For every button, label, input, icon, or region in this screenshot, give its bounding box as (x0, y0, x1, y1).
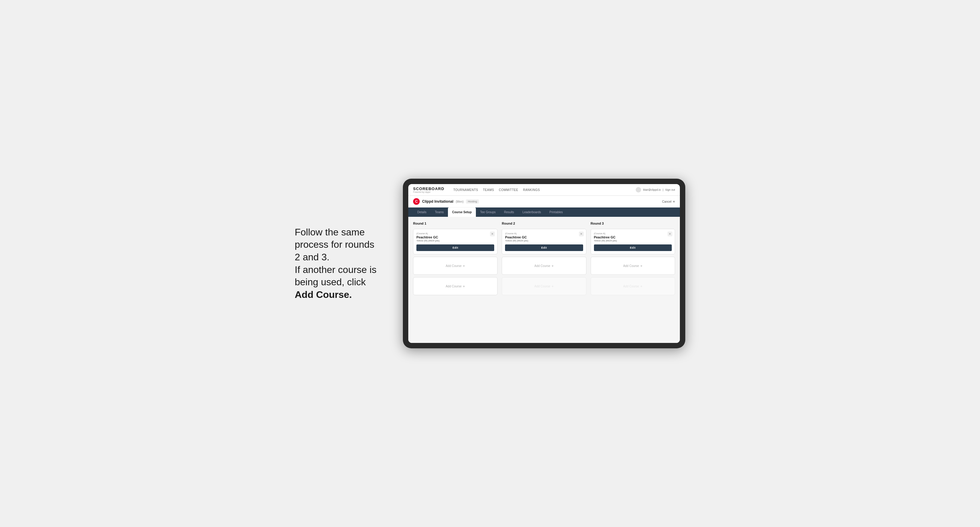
round-2-label: Round 2 (502, 222, 586, 225)
cancel-button[interactable]: Cancel ✕ (662, 200, 675, 203)
tournament-name: Clippd Invitational (422, 199, 453, 203)
tab-teams[interactable]: Teams (431, 208, 448, 217)
round-1-add-course-text: Add Course + (445, 264, 465, 268)
logo-scoreboard: SCOREBOARD (413, 186, 444, 191)
round-3-delete-icon[interactable]: ✕ (668, 232, 672, 237)
round-2-course-details: Yellow (M) (6629 yds) (505, 239, 583, 242)
round-3-add-course-card[interactable]: Add Course + (591, 257, 675, 275)
nav-tournaments[interactable]: TOURNAMENTS (453, 188, 478, 192)
round-1-label: Round 1 (413, 222, 498, 225)
hosting-badge: Hosting (466, 199, 479, 203)
nav-rankings[interactable]: RANKINGS (523, 188, 540, 192)
sign-out-link[interactable]: Sign out (665, 188, 675, 191)
user-email: blair@clippd.io (643, 188, 661, 191)
round-1-delete-icon[interactable]: ✕ (490, 232, 495, 237)
user-avatar (636, 187, 641, 192)
round-3-add-course-text: Add Course + (623, 264, 642, 268)
round-3-column: Round 3 ✕ (Course A) Peachtree GC Yellow… (591, 222, 675, 295)
round-1-add-course-extra-card[interactable]: Add Course + (413, 277, 498, 295)
instruction-panel: Follow the same process for rounds 2 and… (295, 226, 379, 301)
tournament-info: C Clippd Invitational (Men) Hosting (413, 198, 479, 205)
tablet-screen: SCOREBOARD Powered by clippd TOURNAMENTS… (408, 184, 680, 343)
round-3-course-name: Peachtree GC (594, 235, 672, 239)
cancel-x-icon: ✕ (673, 200, 675, 203)
round-3-add-course-extra-card: Add Course + (591, 277, 675, 295)
round-2-add-course-text: Add Course + (535, 264, 554, 268)
rounds-grid: Round 1 ✕ (Course A) Peachtree GC Yellow… (413, 222, 675, 295)
round-2-add-course-extra-card: Add Course + (502, 277, 586, 295)
nav-teams[interactable]: TEAMS (483, 188, 494, 192)
round-3-add-course-extra-text: Add Course + (623, 284, 642, 289)
round-3-course-label: (Course A) (594, 232, 672, 235)
nav-links: TOURNAMENTS TEAMS COMMITTEE RANKINGS (453, 188, 630, 192)
top-navigation: SCOREBOARD Powered by clippd TOURNAMENTS… (408, 184, 680, 196)
round-1-add-course-card[interactable]: Add Course + (413, 257, 498, 275)
nav-committee[interactable]: COMMITTEE (499, 188, 518, 192)
round-1-column: Round 1 ✕ (Course A) Peachtree GC Yellow… (413, 222, 498, 295)
sub-header: C Clippd Invitational (Men) Hosting Canc… (408, 196, 680, 208)
round-2-course-label: (Course A) (505, 232, 583, 235)
tab-details[interactable]: Details (413, 208, 431, 217)
instruction-text: Follow the same process for rounds 2 and… (295, 227, 376, 300)
round-2-edit-button[interactable]: Edit (505, 244, 583, 251)
logo-area: SCOREBOARD Powered by clippd (413, 186, 444, 193)
tournament-sub: (Men) (456, 200, 464, 203)
round-1-course-a-card: ✕ (Course A) Peachtree GC Yellow (M) (66… (413, 229, 498, 254)
tab-leaderboards[interactable]: Leaderboards (518, 208, 545, 217)
round-1-edit-button[interactable]: Edit (417, 244, 494, 251)
round-2-add-course-card[interactable]: Add Course + (502, 257, 586, 275)
round-2-delete-icon[interactable]: ✕ (579, 232, 584, 237)
tab-results[interactable]: Results (500, 208, 518, 217)
page-wrapper: Follow the same process for rounds 2 and… (295, 179, 685, 348)
tab-tee-groups[interactable]: Tee Groups (476, 208, 500, 217)
round-2-column: Round 2 ✕ (Course A) Peachtree GC Yellow… (502, 222, 586, 295)
round-3-edit-button[interactable]: Edit (594, 244, 672, 251)
round-2-course-name: Peachtree GC (505, 235, 583, 239)
logo-sub: Powered by clippd (413, 191, 444, 193)
main-content: Round 1 ✕ (Course A) Peachtree GC Yellow… (408, 217, 680, 343)
round-3-label: Round 3 (591, 222, 675, 225)
round-3-course-details: Yellow (M) (6629 yds) (594, 239, 672, 242)
round-1-course-label: (Course A) (417, 232, 494, 235)
nav-separator: | (663, 188, 663, 191)
nav-right: blair@clippd.io | Sign out (636, 187, 675, 192)
round-1-course-details: Yellow (M) (6629 yds) (417, 239, 494, 242)
tab-course-setup[interactable]: Course Setup (448, 208, 476, 217)
clippd-logo: C (413, 198, 420, 205)
round-2-add-course-extra-text: Add Course + (535, 284, 554, 289)
round-1-course-name: Peachtree GC (417, 235, 494, 239)
round-3-course-a-card: ✕ (Course A) Peachtree GC Yellow (M) (66… (591, 229, 675, 254)
round-1-add-course-extra-text: Add Course + (445, 284, 465, 289)
round-2-course-a-card: ✕ (Course A) Peachtree GC Yellow (M) (66… (502, 229, 586, 254)
tab-printables[interactable]: Printables (545, 208, 567, 217)
tab-bar: Details Teams Course Setup Tee Groups Re… (408, 208, 680, 217)
tablet-frame: SCOREBOARD Powered by clippd TOURNAMENTS… (403, 179, 685, 348)
